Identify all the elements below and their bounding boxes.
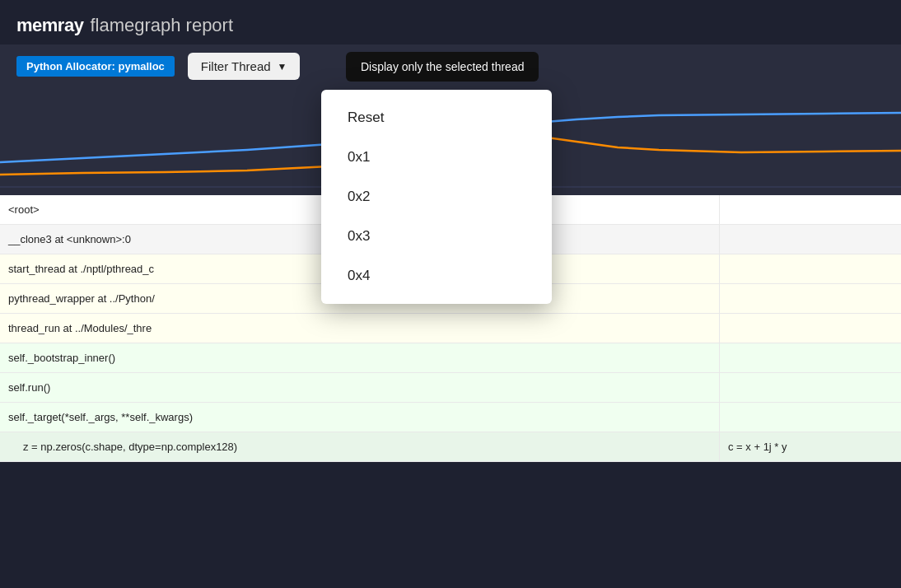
frame-secondary — [720, 254, 901, 283]
table-row[interactable]: self._bootstrap_inner() — [0, 343, 901, 373]
frame-label: thread_run at ../Modules/_thre — [0, 314, 720, 343]
app-title: flamegraph report — [90, 15, 233, 36]
frame-secondary — [720, 284, 901, 313]
frame-label: self._bootstrap_inner() — [0, 343, 720, 372]
filter-thread-label: Filter Thread — [201, 59, 271, 73]
frame-secondary — [720, 343, 901, 372]
header: memray flamegraph report — [0, 0, 901, 44]
filter-thread-dropdown: Reset 0x1 0x2 0x3 0x4 — [321, 90, 552, 304]
frame-secondary — [720, 403, 901, 432]
table-row[interactable]: z = np.zeros(c.shape, dtype=np.complex12… — [0, 432, 901, 462]
dropdown-item-reset[interactable]: Reset — [321, 98, 552, 138]
frame-label: self._target(*self._args, **self._kwargs… — [0, 403, 720, 432]
thread-filter-tooltip: Display only the selected thread — [346, 52, 539, 82]
table-row[interactable]: self.run() — [0, 373, 901, 403]
chevron-down-icon: ▼ — [278, 61, 287, 72]
table-row[interactable]: self._target(*self._args, **self._kwargs… — [0, 403, 901, 432]
frame-secondary — [720, 314, 901, 343]
table-row[interactable]: thread_run at ../Modules/_thre — [0, 314, 901, 343]
dropdown-item-0x3[interactable]: 0x3 — [321, 217, 552, 256]
frame-secondary: c = x + 1j * y — [720, 432, 901, 461]
dropdown-item-0x4[interactable]: 0x4 — [321, 256, 552, 296]
toolbar: Python Allocator: pymalloc Filter Thread… — [0, 44, 901, 88]
frame-label: z = np.zeros(c.shape, dtype=np.complex12… — [0, 432, 720, 461]
frame-secondary — [720, 195, 901, 224]
allocator-badge: Python Allocator: pymalloc — [16, 56, 175, 77]
frame-label: self.run() — [0, 373, 720, 402]
app-brand: memray — [16, 15, 83, 36]
frame-secondary — [720, 225, 901, 254]
dropdown-item-0x1[interactable]: 0x1 — [321, 138, 552, 177]
dropdown-item-0x2[interactable]: 0x2 — [321, 177, 552, 217]
frame-secondary — [720, 373, 901, 402]
filter-thread-button[interactable]: Filter Thread ▼ — [188, 53, 301, 80]
